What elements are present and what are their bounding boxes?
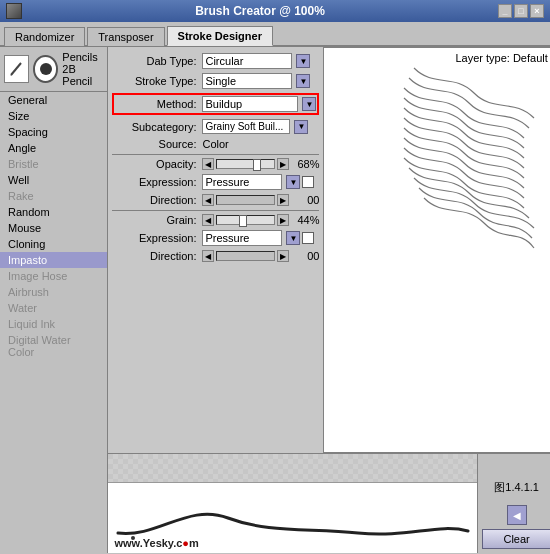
category-image-hose: Image Hose [0, 268, 107, 284]
grain-left-arrow[interactable]: ◀ [202, 214, 214, 226]
grain-row: Grain: ◀ ▶ 44% [112, 214, 319, 226]
grain-direction-slider: ◀ ▶ 00 [202, 250, 319, 262]
opacity-dir-left[interactable]: ◀ [202, 194, 214, 206]
brush-stroke-preview [394, 58, 550, 278]
category-bristle: Bristle [0, 156, 107, 172]
opacity-dir-right[interactable]: ▶ [277, 194, 289, 206]
source-text: Color [202, 138, 228, 150]
method-arrow[interactable]: ▼ [302, 97, 316, 111]
stroke-type-label: Stroke Type: [112, 75, 202, 87]
grain-slider-track[interactable] [216, 215, 275, 225]
dab-type-arrow[interactable]: ▼ [296, 54, 310, 68]
brush-category: Pencils [62, 51, 103, 63]
opacity-expression-dropdown[interactable]: Pressure [202, 174, 282, 190]
maximize-button[interactable]: □ [514, 4, 528, 18]
opacity-slider-container: ◀ ▶ 68% [202, 158, 319, 170]
opacity-left-arrow[interactable]: ◀ [202, 158, 214, 170]
grain-direction-row: Direction: ◀ ▶ 00 [112, 250, 319, 262]
grain-slider-container: ◀ ▶ 44% [202, 214, 319, 226]
brush-preview-area: www.Yesky.c●m [108, 454, 478, 553]
category-angle[interactable]: Angle [0, 140, 107, 156]
right-controls: 图1.4.1.1 ◀ Clear [478, 454, 550, 553]
grain-dir-left[interactable]: ◀ [202, 250, 214, 262]
nav-left-arrow[interactable]: ◀ [507, 505, 527, 525]
opacity-value: 68% [291, 158, 319, 170]
tab-bar: Randomizer Transposer Stroke Designer [0, 22, 550, 47]
category-size[interactable]: Size [0, 108, 107, 124]
category-general[interactable]: General [0, 92, 107, 108]
grain-right-arrow[interactable]: ▶ [277, 214, 289, 226]
grain-expression-arrow[interactable]: ▼ [286, 231, 300, 245]
grain-expression-row: Expression: Pressure ▼ [112, 230, 319, 246]
preview-area: Layer type: Default [323, 47, 550, 453]
close-button[interactable]: × [530, 4, 544, 18]
opacity-direction-slider: ◀ ▶ 00 [202, 194, 319, 206]
opacity-slider-track[interactable] [216, 159, 275, 169]
svg-line-0 [11, 63, 21, 75]
title-bar: Brush Creator @ 100% _ □ × [0, 0, 550, 22]
brush-name: 2B Pencil [62, 63, 103, 87]
category-cloning[interactable]: Cloning [0, 236, 107, 252]
watermark: www.Yesky.c●m [114, 537, 198, 549]
clear-button[interactable]: Clear [482, 529, 550, 549]
category-liquid-ink: Liquid Ink [0, 316, 107, 332]
opacity-expression-value: Pressure ▼ [202, 174, 319, 190]
grain-value: 44% [291, 214, 319, 226]
grain-expression-dropdown[interactable]: Pressure [202, 230, 282, 246]
source-value: Color [202, 138, 319, 150]
grain-expression-value: Pressure ▼ [202, 230, 319, 246]
dab-type-row: Dab Type: Circular ▼ [112, 53, 319, 69]
brush-pencil-icon[interactable] [4, 55, 29, 83]
tab-stroke-designer[interactable]: Stroke Designer [167, 26, 273, 46]
grain-expression-checkbox[interactable] [302, 232, 314, 244]
opacity-label: Opacity: [112, 158, 202, 170]
category-water: Water [0, 300, 107, 316]
bottom-section: www.Yesky.c●m 图1.4.1.1 ◀ Clear [108, 453, 550, 553]
brush-round-icon[interactable] [33, 55, 58, 83]
settings-area: Dab Type: Circular ▼ Stroke Type: Single [108, 47, 323, 453]
category-rake: Rake [0, 188, 107, 204]
main-area: Pencils 2B Pencil General Size Spacing A… [0, 47, 550, 553]
category-list: General Size Spacing Angle Bristle Well … [0, 92, 107, 553]
grain-dir-right[interactable]: ▶ [277, 250, 289, 262]
dab-type-value: Circular ▼ [202, 53, 319, 69]
method-label: Method: [115, 98, 202, 110]
opacity-direction-value: 00 [291, 194, 319, 206]
figure-label: 图1.4.1.1 [494, 480, 539, 495]
dab-type-label: Dab Type: [112, 55, 202, 67]
method-row: Method: Buildup ▼ [112, 93, 319, 115]
subcategory-row: Subcategory: Grainy Soft Buil... ▼ [112, 119, 319, 134]
opacity-expression-row: Expression: Pressure ▼ [112, 174, 319, 190]
opacity-right-arrow[interactable]: ▶ [277, 158, 289, 170]
minimize-button[interactable]: _ [498, 4, 512, 18]
method-dropdown[interactable]: Buildup [202, 96, 298, 112]
source-row: Source: Color [112, 138, 319, 150]
category-random[interactable]: Random [0, 204, 107, 220]
title-bar-title: Brush Creator @ 100% [195, 4, 325, 18]
opacity-expression-label: Expression: [112, 176, 202, 188]
title-bar-icon [6, 3, 22, 19]
stroke-type-arrow[interactable]: ▼ [296, 74, 310, 88]
grain-direction-track[interactable] [216, 251, 275, 261]
method-value: Buildup ▼ [202, 96, 316, 112]
category-mouse[interactable]: Mouse [0, 220, 107, 236]
dab-type-dropdown[interactable]: Circular [202, 53, 292, 69]
tab-randomizer[interactable]: Randomizer [4, 27, 85, 46]
stroke-type-dropdown[interactable]: Single [202, 73, 292, 89]
category-airbrush: Airbrush [0, 284, 107, 300]
grain-thumb[interactable] [239, 215, 247, 227]
opacity-expression-checkbox[interactable] [302, 176, 314, 188]
settings-panel: Dab Type: Circular ▼ Stroke Type: Single [108, 47, 550, 453]
subcategory-arrow[interactable]: ▼ [294, 120, 308, 134]
brush-info: Pencils 2B Pencil [62, 51, 103, 87]
category-impasto[interactable]: Impasto [0, 252, 107, 268]
opacity-direction-row: Direction: ◀ ▶ 00 [112, 194, 319, 206]
opacity-direction-track[interactable] [216, 195, 275, 205]
category-spacing[interactable]: Spacing [0, 124, 107, 140]
tab-transposer[interactable]: Transposer [87, 27, 164, 46]
opacity-thumb[interactable] [253, 159, 261, 171]
subcategory-dropdown[interactable]: Grainy Soft Buil... [202, 119, 290, 134]
category-well[interactable]: Well [0, 172, 107, 188]
opacity-direction-label: Direction: [112, 194, 202, 206]
opacity-expression-arrow[interactable]: ▼ [286, 175, 300, 189]
